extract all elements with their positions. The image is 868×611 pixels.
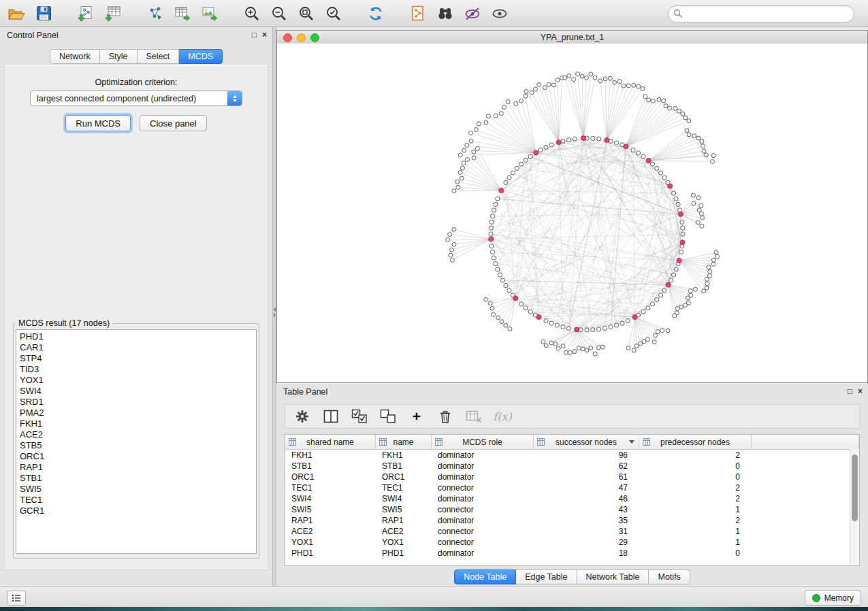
close-panel-icon[interactable]: × [262,30,267,39]
mcds-result-item[interactable]: ACE2 [20,429,256,440]
mcds-result-item[interactable]: PHD1 [20,331,256,342]
mcds-result-item[interactable]: TID3 [20,364,256,375]
export-document-button[interactable] [407,3,429,24]
network-window-titlebar[interactable]: YPA_prune.txt_1 [277,31,867,44]
cell-name: FKH1 [376,450,432,460]
table-row[interactable]: FKH1FKH1dominator962 [285,450,859,461]
zoom-out-button[interactable] [268,3,290,24]
search-network-button[interactable] [434,3,456,24]
export-network-icon [146,5,164,22]
import-table-button[interactable] [102,3,124,24]
table-row[interactable]: PHD1PHD1dominator180 [285,548,859,559]
add-column-button[interactable]: + [408,408,425,425]
mcds-result-item[interactable]: STB1 [20,473,256,484]
cell-name: ORC1 [376,472,432,482]
cell-successor-nodes: 96 [534,450,639,460]
table-row[interactable]: SWI5SWI5connector431 [285,504,859,515]
mcds-result-item[interactable]: STB5 [20,440,256,451]
control-panel: Control Panel □ × NetworkStyleSelectMCDS… [0,27,272,587]
mcds-result-item[interactable]: SWI5 [20,484,256,495]
close-table-panel-icon[interactable]: × [858,386,863,396]
column-header-name[interactable]: name [376,435,432,449]
cell-shared-name: RAP1 [285,516,376,525]
close-panel-button[interactable]: Close panel [140,115,207,131]
mcds-result-item[interactable]: SRD1 [20,397,256,408]
mcds-result-item[interactable]: GCR1 [20,506,256,516]
mcds-result-item[interactable]: PMA2 [20,408,256,418]
cell-MCDS-role: connector [432,505,534,514]
network-canvas[interactable] [277,44,867,382]
float-table-panel-icon[interactable]: □ [848,386,852,396]
show-panel-list-button[interactable] [7,591,26,606]
cell-shared-name: YOX1 [285,538,376,547]
column-header-shared-name[interactable]: shared name [285,435,376,449]
show-eye-button[interactable] [489,3,511,24]
cell-predecessor-nodes: 0 [639,461,752,471]
right-area: YPA_prune.txt_1 Table Panel □ × [276,27,868,587]
table-tab-motifs[interactable]: Motifs [649,569,690,584]
network-window-title: YPA_prune.txt_1 [277,33,867,42]
table-row[interactable]: ORC1ORC1dominator610 [285,472,859,482]
table-row[interactable]: RAP1RAP1dominator352 [285,515,859,526]
table-scrollbar[interactable] [850,449,859,565]
criterion-dropdown[interactable]: largest connected component (undirected) [30,90,242,106]
memory-button[interactable]: Memory [805,590,861,606]
cell-successor-nodes: 47 [534,483,639,493]
export-network-button[interactable] [144,3,166,24]
float-panel-icon[interactable]: □ [252,30,257,39]
function-builder-button-disabled[interactable]: f(x) [494,408,511,425]
mcds-result-item[interactable]: STP4 [20,353,256,364]
column-header-MCDS-role[interactable]: MCDS role [432,435,534,449]
network-graph[interactable] [277,44,867,382]
select-all-rows-button[interactable] [351,408,368,425]
delete-column-button[interactable] [436,408,454,425]
control-panel-title: Control Panel [7,31,59,40]
table-row[interactable]: ACE2ACE2connector311 [285,526,859,537]
cell-predecessor-nodes: 1 [639,527,752,536]
table-row[interactable]: YOX1YOX1connector291 [285,537,859,548]
tab-mcds[interactable]: MCDS [179,49,223,64]
run-mcds-button[interactable]: Run MCDS [65,115,131,131]
search-input[interactable] [685,7,850,21]
zoom-fit-button[interactable] [295,3,317,24]
cell-predecessor-nodes: 2 [639,494,752,503]
tab-style[interactable]: Style [100,49,138,64]
zoom-selected-button[interactable] [323,3,344,24]
column-header-successor-nodes[interactable]: successor nodes [534,435,639,449]
column-header-predecessor-nodes[interactable]: predecessor nodes [639,435,752,449]
tab-network[interactable]: Network [50,49,100,64]
cell-name: SWI5 [376,505,432,514]
cell-predecessor-nodes: 1 [639,538,752,547]
zoom-in-button[interactable] [241,3,263,24]
tab-select[interactable]: Select [138,49,180,64]
save-session-button[interactable] [33,3,54,24]
column-header-label: MCDS role [462,437,502,447]
open-file-button[interactable] [5,3,27,24]
splitter-handle-icon[interactable] [273,308,276,320]
list-icon [12,594,21,602]
scrollbar-thumb[interactable] [852,455,858,521]
table-tab-node-table[interactable]: Node Table [454,569,516,584]
delete-table-button-disabled[interactable] [465,408,483,425]
table-settings-button[interactable] [293,408,311,425]
table-row[interactable]: STB1STB1dominator620 [285,461,859,472]
mcds-result-item[interactable]: SWI4 [20,386,256,397]
export-image-button[interactable] [199,3,221,24]
table-row[interactable]: TEC1TEC1connector472 [285,482,859,493]
mcds-result-item[interactable]: CAR1 [20,342,256,353]
mcds-result-item[interactable]: FKH1 [20,418,256,429]
mcds-result-item[interactable]: ORC1 [20,451,256,462]
deselect-all-rows-button[interactable] [379,408,397,425]
hide-glasses-button[interactable] [462,3,483,24]
export-table-button[interactable] [172,3,193,24]
refresh-layout-button[interactable] [365,3,387,24]
table-row[interactable]: SWI4SWI4dominator462 [285,493,859,504]
show-columns-button[interactable] [322,408,340,425]
table-tab-network-table[interactable]: Network Table [577,569,649,584]
mcds-result-item[interactable]: YOX1 [20,375,256,386]
mcds-result-item[interactable]: RAP1 [20,462,256,473]
mcds-result-item[interactable]: TEC1 [20,495,256,506]
cell-shared-name: ACE2 [285,527,376,536]
table-tab-edge-table[interactable]: Edge Table [516,569,577,584]
import-network-button[interactable] [75,3,97,24]
